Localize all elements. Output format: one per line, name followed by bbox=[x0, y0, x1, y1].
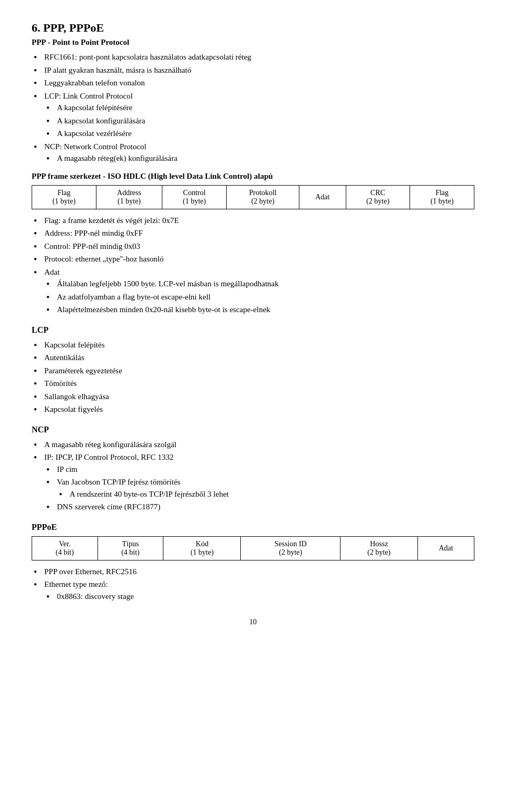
frame-col-address: Address(1 byte) bbox=[96, 185, 162, 209]
list-item: Protocol: ethernet „type"-hoz hasonló bbox=[32, 253, 474, 265]
list-item: A magasabb réteg konfigurálására szolgál bbox=[32, 439, 474, 451]
frame-col-protokoll: Protokoll(2 byte) bbox=[227, 185, 299, 209]
list-item: Control: PPP-nél mindig 0x03 bbox=[32, 240, 474, 253]
list-item: Leggyakrabban telefon vonalon bbox=[32, 77, 474, 89]
frame-col-flag2: Flag(1 byte) bbox=[410, 185, 474, 209]
list-item: Autentikálás bbox=[32, 352, 474, 364]
list-item: A kapcsolat felépítésére bbox=[44, 102, 474, 114]
ppp-section: PPP - Point to Point Protocol RFC1661: p… bbox=[32, 38, 474, 165]
ppp-frame-table: Flag(1 byte) Address(1 byte) Control(1 b… bbox=[32, 185, 474, 209]
list-item: A kapcsolat vezérlésére bbox=[44, 128, 474, 140]
list-item: Kapcsolat felépítés bbox=[32, 339, 474, 351]
frame-title: PPP frame szerkezet - ISO HDLC (High lev… bbox=[32, 172, 474, 181]
lcp-section-label: LCP bbox=[32, 325, 474, 335]
list-item: Tömörítés bbox=[32, 378, 474, 390]
pppoe-col-tipus: Típus(4 bit) bbox=[98, 536, 163, 560]
ncp-section-list: A magasabb réteg konfigurálására szolgál… bbox=[32, 439, 474, 513]
list-item: RFC1661: pont-pont kapcsolatra használat… bbox=[32, 51, 474, 63]
list-item: A magasabb réteg(ek) konfigurálására bbox=[44, 152, 474, 165]
list-item: A rendszerint 40 byte-os TCP/IP fejrészb… bbox=[57, 488, 474, 500]
vj-sub-list: A rendszerint 40 byte-os TCP/IP fejrészb… bbox=[57, 488, 474, 500]
list-item: Ethernet type mező: 0x8863: discovery st… bbox=[32, 578, 474, 602]
list-item: NCP: Network Control Protocol A magasabb… bbox=[32, 141, 474, 165]
pppoe-frame-table: Ver.(4 bit) Típus(4 bit) Kód(1 byte) Ses… bbox=[32, 536, 474, 560]
list-item: PPP over Ethernet, RFC2516 bbox=[32, 566, 474, 578]
lcp-sub-list: A kapcsolat felépítésére A kapcsolat kon… bbox=[44, 102, 474, 140]
frame-bullets-list: Flag: a frame kezdetét és végét jelzi: 0… bbox=[32, 215, 474, 316]
ncp-sub-list: A magasabb réteg(ek) konfigurálására bbox=[44, 152, 474, 165]
list-item: Address: PPP-nél mindig 0xFF bbox=[32, 227, 474, 239]
page-container: 6. PPP, PPPoE PPP - Point to Point Proto… bbox=[32, 21, 474, 626]
pppoe-col-session: Session ID(2 byte) bbox=[241, 536, 340, 560]
page-heading: 6. PPP, PPPoE bbox=[32, 21, 474, 35]
list-item: Adat Általában legfeljebb 1500 byte. LCP… bbox=[32, 266, 474, 316]
list-item: Kapcsolat figyelés bbox=[32, 403, 474, 415]
frame-col-crc: CRC(2 byte) bbox=[346, 185, 410, 209]
list-item: IP: IPCP, IP Control Protocol, RFC 1332 … bbox=[32, 451, 474, 513]
page-number: 10 bbox=[32, 618, 474, 626]
frame-col-flag: Flag(1 byte) bbox=[32, 185, 96, 209]
list-item: Sallangok elhagyása bbox=[32, 391, 474, 403]
adat-sub-list: Általában legfeljebb 1500 byte. LCP-vel … bbox=[44, 278, 474, 316]
list-item: LCP: Link Control Protocol A kapcsolat f… bbox=[32, 90, 474, 140]
pppoe-bullets-list: PPP over Ethernet, RFC2516 Ethernet type… bbox=[32, 566, 474, 603]
list-item: Az adatfolyamban a flag byte-ot escape-e… bbox=[44, 291, 474, 303]
lcp-section-list: Kapcsolat felépítés Autentikálás Paramét… bbox=[32, 339, 474, 415]
list-item: IP cím bbox=[44, 463, 474, 476]
list-item: 0x8863: discovery stage bbox=[44, 591, 474, 603]
list-item: A kapcsolat konfigurálására bbox=[44, 115, 474, 127]
ppp-main-list: RFC1661: pont-pont kapcsolatra használat… bbox=[32, 51, 474, 165]
pppoe-col-ver: Ver.(4 bit) bbox=[32, 536, 98, 560]
ncp-section-label: NCP bbox=[32, 425, 474, 434]
list-item: DNS szerverek címe (RFC1877) bbox=[44, 501, 474, 513]
ppp-subtitle: PPP - Point to Point Protocol bbox=[32, 38, 474, 47]
pppoe-col-adat: Adat bbox=[418, 536, 474, 560]
frame-col-control: Control(1 byte) bbox=[162, 185, 227, 209]
list-item: Paraméterek egyeztetése bbox=[32, 365, 474, 377]
pppoe-section-label: PPPoE bbox=[32, 523, 474, 532]
pppoe-eth-sub-list: 0x8863: discovery stage bbox=[44, 591, 474, 603]
ipcp-sub-list: IP cím Van Jacobson TCP/IP fejrész tömör… bbox=[44, 463, 474, 513]
pppoe-col-hossz: Hossz(2 byte) bbox=[340, 536, 417, 560]
list-item: Van Jacobson TCP/IP fejrész tömörítés A … bbox=[44, 476, 474, 500]
pppoe-col-kod: Kód(1 byte) bbox=[163, 536, 241, 560]
list-item: Alapértelmezésben minden 0x20-nál kisebb… bbox=[44, 304, 474, 316]
list-item: IP alatt gyakran használt, másra is hasz… bbox=[32, 64, 474, 76]
frame-col-adat: Adat bbox=[299, 185, 346, 209]
list-item: Általában legfeljebb 1500 byte. LCP-vel … bbox=[44, 278, 474, 290]
list-item: Flag: a frame kezdetét és végét jelzi: 0… bbox=[32, 215, 474, 227]
